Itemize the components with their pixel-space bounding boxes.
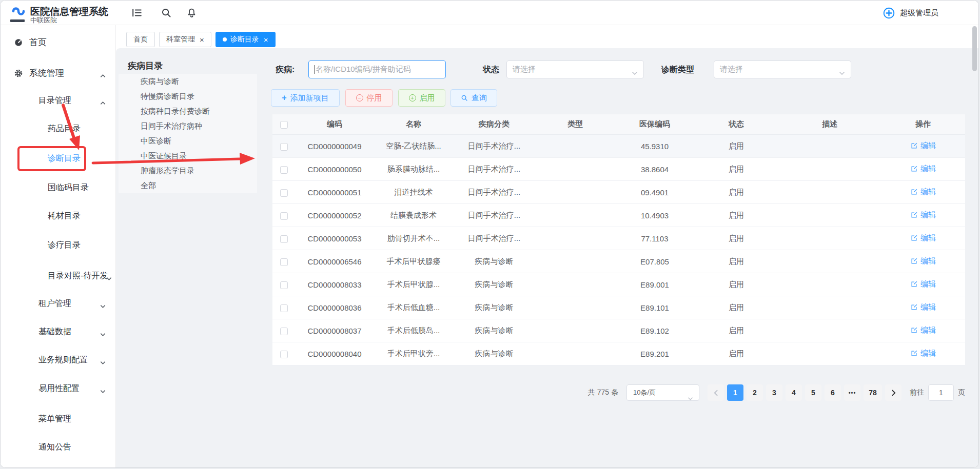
sidebar-item-usability-config[interactable]: 易用性配置 bbox=[1, 382, 115, 395]
row-checkbox[interactable] bbox=[280, 235, 288, 243]
secondary-item-all[interactable]: 全部 bbox=[119, 178, 257, 193]
tab-department-mgmt[interactable]: 科室管理 × bbox=[159, 32, 211, 47]
sidebar-item-tenant-mgmt[interactable]: 租户管理 bbox=[1, 297, 115, 310]
chevron-down-icon bbox=[632, 68, 638, 77]
sidebar-item-drug-catalog[interactable]: 药品目录 bbox=[1, 122, 115, 135]
disease-filter-label: 疾病: bbox=[276, 60, 295, 78]
user-badge-icon[interactable] bbox=[883, 7, 895, 19]
edit-button[interactable]: 编辑 bbox=[910, 187, 936, 197]
table-row: CD0000000049 空肠-乙状结肠... 日间手术治疗... 45.931… bbox=[272, 135, 965, 158]
search-icon[interactable] bbox=[161, 7, 172, 18]
row-checkbox[interactable] bbox=[280, 212, 288, 220]
col-header-category: 疾病分类 bbox=[453, 119, 535, 129]
row-checkbox[interactable] bbox=[280, 143, 288, 151]
edit-button[interactable]: 编辑 bbox=[910, 233, 936, 243]
diagnosis-type-filter-label: 诊断类型 bbox=[661, 60, 694, 78]
status-select[interactable]: 请选择 bbox=[506, 60, 644, 78]
close-icon[interactable]: × bbox=[200, 36, 204, 44]
page-button-3[interactable]: 3 bbox=[766, 384, 782, 401]
current-user[interactable]: 超级管理员 bbox=[900, 8, 938, 18]
sidebar-item-system[interactable]: 系统管理 bbox=[1, 67, 115, 80]
logo-caption bbox=[10, 19, 25, 22]
col-header-desc: 描述 bbox=[778, 119, 881, 129]
page-button-2[interactable]: 2 bbox=[747, 384, 763, 401]
table-header-row: 编码 名称 疾病分类 类型 医保编码 状态 描述 操作 bbox=[272, 114, 965, 135]
secondary-item-special-chronic[interactable]: 特慢病诊断目录 bbox=[119, 89, 257, 104]
table-row: CD0000000050 肠系膜动脉结... 日间手术治疗... 38.8604… bbox=[272, 158, 965, 181]
secondary-item-pay-by-disease[interactable]: 按病种目录付费诊断 bbox=[119, 104, 257, 118]
sidebar-item-catalog-mgmt[interactable]: 目录管理 bbox=[1, 94, 115, 107]
col-header-type: 类型 bbox=[535, 119, 615, 129]
edit-button[interactable]: 编辑 bbox=[910, 349, 936, 358]
page-button-78[interactable]: 78 bbox=[864, 384, 882, 401]
table-row: CD0000008040 手术后甲状旁... 疾病与诊断 E89.201 启用 … bbox=[272, 342, 965, 365]
tab-home[interactable]: 首页 bbox=[126, 32, 155, 47]
vertical-scrollbar[interactable] bbox=[972, 26, 977, 71]
row-checkbox[interactable] bbox=[280, 328, 288, 335]
search-icon bbox=[461, 94, 468, 101]
sidebar-item-catalog-compare[interactable]: 目录对照-待开发 bbox=[1, 269, 115, 282]
secondary-item-tumor-morphology[interactable]: 肿瘤形态学目录 bbox=[119, 163, 257, 178]
plus-circle-icon: + bbox=[409, 94, 416, 101]
more-pages-icon[interactable]: ••• bbox=[844, 384, 860, 401]
page-button-5[interactable]: 5 bbox=[805, 384, 821, 401]
goto-suffix: 页 bbox=[958, 388, 965, 397]
table-row: CD0000008036 手术后低血糖... 疾病与诊断 E89.101 启用 … bbox=[272, 296, 965, 319]
col-header-code: 编码 bbox=[295, 119, 374, 129]
diagnosis-type-select[interactable]: 请选择 bbox=[714, 60, 851, 78]
bell-icon[interactable] bbox=[186, 7, 198, 18]
chevron-up-icon bbox=[100, 97, 106, 104]
row-checkbox[interactable] bbox=[280, 351, 288, 358]
edit-button[interactable]: 编辑 bbox=[910, 325, 936, 335]
row-checkbox[interactable] bbox=[280, 189, 288, 197]
next-page-button[interactable] bbox=[885, 384, 901, 401]
sidebar-item-business-rules[interactable]: 业务规则配置 bbox=[1, 353, 115, 366]
edit-button[interactable]: 编辑 bbox=[910, 164, 936, 174]
secondary-item-disease-diagnosis[interactable]: 疾病与诊断 bbox=[119, 74, 257, 89]
prev-page-button[interactable] bbox=[708, 384, 724, 401]
secondary-item-day-surgery[interactable]: 日间手术治疗病种 bbox=[119, 118, 257, 133]
col-header-action: 操作 bbox=[881, 119, 965, 129]
secondary-menu: 疾病与诊断 特慢病诊断目录 按病种目录付费诊断 日间手术治疗病种 中医诊断 中医… bbox=[119, 74, 257, 193]
edit-button[interactable]: 编辑 bbox=[910, 141, 936, 151]
edit-button[interactable]: 编辑 bbox=[910, 279, 936, 289]
sidebar-item-consumable-catalog[interactable]: 耗材目录 bbox=[1, 209, 115, 222]
page-button-1[interactable]: 1 bbox=[727, 384, 743, 401]
disable-button[interactable]: − 停用 bbox=[345, 89, 393, 107]
table-row: CD0000000051 泪道挂线术 日间手术治疗... 09.4901 启用 … bbox=[272, 181, 965, 204]
sidebar-item-notice[interactable]: 通知公告 bbox=[1, 440, 115, 454]
sidebar-item-treatment-catalog[interactable]: 诊疗目录 bbox=[1, 238, 115, 252]
page-button-4[interactable]: 4 bbox=[786, 384, 802, 401]
row-checkbox[interactable] bbox=[280, 166, 288, 174]
select-all-checkbox[interactable] bbox=[280, 121, 288, 129]
secondary-item-tcm-syndrome[interactable]: 中医证候目录 bbox=[119, 148, 257, 163]
query-button[interactable]: 查询 bbox=[450, 89, 497, 107]
sidebar-item-menu-mgmt[interactable]: 菜单管理 bbox=[1, 412, 115, 425]
secondary-item-tcm-diagnosis[interactable]: 中医诊断 bbox=[119, 133, 257, 148]
sidebar-item-base-data[interactable]: 基础数据 bbox=[1, 325, 115, 338]
sidebar-item-home[interactable]: 首页 bbox=[1, 36, 115, 49]
edit-button[interactable]: 编辑 bbox=[910, 210, 936, 220]
disease-search-input[interactable]: 名称/ICD10编码/拼音助记码 bbox=[308, 60, 446, 78]
top-bar: 医院信息管理系统 中联医院 超级管理员 bbox=[1, 1, 978, 25]
sidebar-item-national-code-catalog[interactable]: 国临码目录 bbox=[1, 181, 115, 194]
enable-button[interactable]: + 启用 bbox=[398, 89, 445, 107]
row-checkbox[interactable] bbox=[280, 281, 288, 289]
edit-button[interactable]: 编辑 bbox=[910, 256, 936, 266]
edit-button[interactable]: 编辑 bbox=[910, 302, 936, 312]
row-checkbox[interactable] bbox=[280, 304, 288, 312]
row-checkbox[interactable] bbox=[280, 258, 288, 266]
goto-page-input[interactable]: 1 bbox=[928, 384, 954, 401]
table-row: CD0000006546 手术后甲状腺瘘 疾病与诊断 E07.805 启用 编辑 bbox=[272, 250, 965, 273]
add-item-button[interactable]: + 添加新项目 bbox=[271, 89, 340, 107]
plus-icon: + bbox=[282, 94, 286, 102]
close-icon[interactable]: × bbox=[264, 36, 268, 44]
chevron-down-icon bbox=[688, 391, 693, 406]
tab-diagnosis-catalog[interactable]: 诊断目录 × bbox=[215, 32, 276, 47]
page-size-select[interactable]: 10条/页 bbox=[626, 384, 699, 401]
page-button-6[interactable]: 6 bbox=[825, 384, 841, 401]
sidebar-item-diagnosis-catalog[interactable]: 诊断目录 bbox=[1, 152, 115, 165]
menu-fold-icon[interactable] bbox=[131, 7, 143, 18]
active-dot bbox=[223, 37, 227, 42]
gear-icon bbox=[14, 69, 23, 78]
